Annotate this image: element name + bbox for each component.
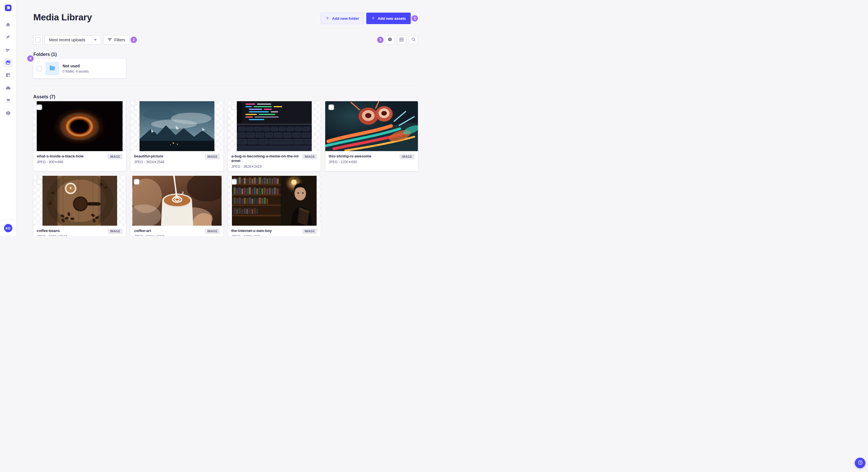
section-divider — [33, 86, 418, 86]
sort-dropdown[interactable]: Most recent uploads — [45, 35, 101, 44]
add-new-folder-label: Add new folder — [332, 16, 359, 21]
folders-section-head: 4 Folders (1) — [33, 52, 418, 58]
asset-card-body: coffee-art JPEG - 5824✕3259 IMAGE — [131, 226, 223, 236]
asset-title: coffee-beans — [37, 229, 104, 233]
asset-card-body: what-s-inside-a-black-hole JPEG - 800✕46… — [33, 151, 126, 167]
asset-title: a-bug-is-becoming-a-meme-on-the-internet — [231, 154, 299, 163]
asset-card[interactable]: beautiful-picture JPEG - 3824✕2548 IMAGE — [131, 101, 223, 171]
asset-card[interactable]: the-internet-s-own-boy JPEG - 1200✕707 I… — [228, 176, 321, 236]
list-view-button[interactable] — [397, 36, 406, 44]
folder-card[interactable]: Not used 0 folder, 4 assets — [33, 59, 126, 78]
asset-type-badge: IMAGE — [205, 229, 220, 234]
asset-thumbnail-library-portrait — [228, 176, 321, 226]
search-icon — [411, 37, 416, 43]
asset-title: coffee-art — [134, 229, 201, 233]
asset-card-body: a-bug-is-becoming-a-meme-on-the-internet… — [228, 151, 321, 171]
asset-checkbox[interactable] — [134, 179, 139, 184]
layout-icon — [5, 72, 11, 78]
sidebar: KD — [0, 0, 17, 236]
asset-thumbnail-shrimp — [325, 101, 418, 151]
page-header: Media Library Add new folder Add new ass… — [33, 11, 418, 25]
tour-step-badge-1: 1 — [412, 15, 418, 22]
sidebar-item-marketplace[interactable] — [4, 96, 12, 105]
asset-title: beautiful-picture — [134, 154, 201, 159]
asset-checkbox[interactable] — [134, 105, 139, 110]
asset-type-badge: IMAGE — [205, 154, 220, 160]
filters-button[interactable]: Filters — [103, 35, 129, 44]
filter-icon — [107, 38, 112, 42]
asset-checkbox[interactable] — [37, 105, 42, 110]
sidebar-nav — [4, 16, 12, 220]
asset-meta: JPEG - 5824✕3259 — [134, 235, 220, 236]
asset-meta: JPEG - 800✕466 — [37, 160, 123, 164]
toolbar-right: 3 — [377, 36, 418, 44]
paper-plane-icon — [5, 47, 11, 53]
select-all-container — [33, 35, 42, 44]
folder-checkbox[interactable] — [37, 66, 42, 71]
asset-card[interactable]: coffee-art JPEG - 5824✕3259 IMAGE — [131, 176, 223, 236]
asset-card-body: coffee-beans JPEG - 5021✕3347 IMAGE — [33, 226, 126, 236]
asset-checkbox[interactable] — [231, 105, 237, 110]
sort-dropdown-value: Most recent uploads — [49, 38, 85, 42]
search-button[interactable] — [409, 36, 418, 44]
asset-type-badge: IMAGE — [107, 154, 123, 160]
asset-thumbnail-black-hole — [33, 101, 126, 151]
logo-wrap — [0, 0, 17, 16]
images-icon — [5, 60, 11, 65]
sidebar-item-home[interactable] — [4, 20, 12, 29]
folder-icon — [49, 65, 56, 72]
asset-type-badge: IMAGE — [400, 154, 414, 160]
assets-grid: what-s-inside-a-black-hole JPEG - 800✕46… — [33, 101, 418, 236]
cloud-icon — [5, 85, 11, 91]
add-new-folder-button[interactable]: Add new folder — [321, 12, 364, 24]
asset-card[interactable]: a-bug-is-becoming-a-meme-on-the-internet… — [228, 101, 321, 171]
home-icon — [5, 22, 11, 27]
plus-icon — [326, 16, 330, 21]
asset-card[interactable]: what-s-inside-a-black-hole JPEG - 800✕46… — [33, 101, 126, 171]
asset-type-badge: IMAGE — [107, 229, 123, 234]
page-title: Media Library — [33, 11, 92, 23]
asset-checkbox[interactable] — [37, 179, 42, 184]
filters-label: Filters — [114, 38, 125, 42]
sidebar-item-cloud[interactable] — [4, 83, 12, 92]
asset-title: what-s-inside-a-black-hole — [37, 154, 104, 159]
select-all-checkbox[interactable] — [35, 37, 40, 42]
asset-card-body: the-internet-s-own-boy JPEG - 1200✕707 I… — [228, 226, 321, 236]
toolbar: Most recent uploads Filters 2 3 — [33, 35, 418, 44]
sidebar-item-content[interactable] — [4, 33, 12, 42]
asset-meta: JPEG - 5021✕3347 — [37, 235, 123, 236]
asset-meta: JPEG - 1200✕630 — [329, 160, 414, 164]
chevron-down-icon — [94, 39, 97, 41]
folder-meta: 0 folder, 4 assets — [63, 69, 89, 73]
sidebar-item-media-library[interactable] — [4, 58, 12, 67]
toolbar-left: Most recent uploads Filters 2 — [33, 35, 137, 44]
asset-thumbnail-coffee-beans — [33, 176, 126, 226]
folder-name: Not used — [63, 64, 89, 68]
folder-icon-box — [45, 62, 59, 75]
asset-title: the-internet-s-own-boy — [231, 229, 299, 233]
add-new-assets-label: Add new assets — [378, 16, 406, 21]
header-actions: Add new folder Add new assets 1 — [321, 12, 418, 24]
asset-meta: JPEG - 1200✕707 — [231, 235, 317, 236]
add-new-assets-button[interactable]: Add new assets — [366, 12, 411, 24]
feather-icon — [5, 35, 11, 40]
asset-type-badge: IMAGE — [302, 229, 317, 234]
list-icon — [399, 38, 404, 42]
sidebar-item-content-type-builder[interactable] — [4, 71, 12, 79]
asset-card[interactable]: this-shrimp-is-awesome JPEG - 1200✕630 I… — [325, 101, 418, 171]
asset-thumbnail-latte-art — [131, 176, 223, 226]
tour-step-badge-2: 2 — [131, 37, 137, 43]
sidebar-item-settings[interactable] — [4, 109, 12, 117]
avatar[interactable]: KD — [4, 224, 12, 232]
strapi-logo[interactable] — [5, 5, 11, 11]
configure-view-button[interactable] — [385, 36, 394, 44]
asset-card-body: this-shrimp-is-awesome JPEG - 1200✕630 I… — [325, 151, 418, 167]
sidebar-item-deploy[interactable] — [4, 45, 12, 54]
folder-texts: Not used 0 folder, 4 assets — [63, 64, 89, 73]
asset-card[interactable]: coffee-beans JPEG - 5021✕3347 IMAGE — [33, 176, 126, 236]
assets-section-head: Assets (7) — [33, 94, 418, 100]
asset-checkbox[interactable] — [231, 179, 237, 184]
asset-checkbox[interactable] — [329, 105, 334, 110]
asset-meta: JPEG - 3824✕2548 — [134, 160, 220, 164]
asset-type-badge: IMAGE — [302, 154, 317, 160]
